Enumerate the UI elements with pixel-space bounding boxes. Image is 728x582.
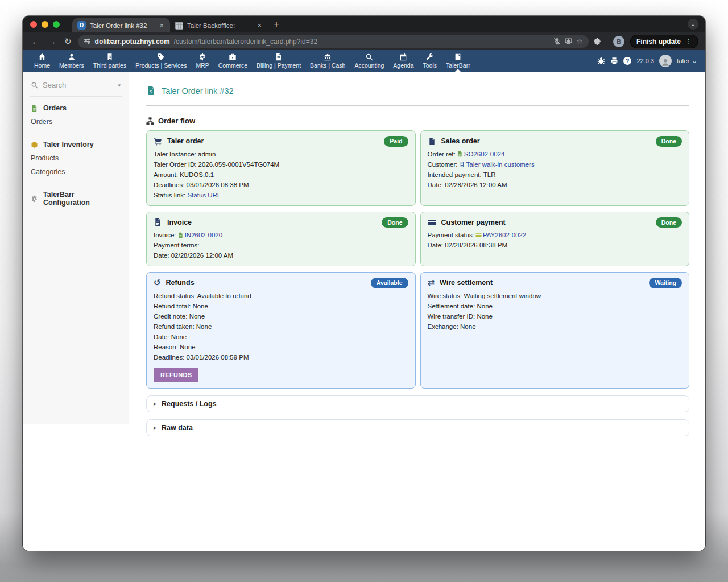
file-invoice-dollar-icon bbox=[146, 86, 156, 96]
extensions-icon[interactable] bbox=[593, 38, 601, 46]
card-customer-payment: Customer payment Done Payment status:PAY… bbox=[420, 212, 690, 266]
bottom-divider bbox=[146, 448, 689, 448]
nav-item-accounting[interactable]: Accounting bbox=[350, 50, 388, 72]
taler-favicon bbox=[175, 22, 183, 30]
payment-link[interactable]: PAY2602-0022 bbox=[483, 232, 526, 238]
gear-icon bbox=[31, 195, 38, 203]
browser-window: D Taler Order link #32 × Taler Backoffic… bbox=[23, 16, 705, 551]
nav-item-third-parties[interactable]: Third parties bbox=[89, 50, 131, 72]
reload-icon[interactable]: ↻ bbox=[63, 37, 73, 46]
gear-icon bbox=[198, 53, 206, 61]
sidebar-item-categories[interactable]: Categories bbox=[31, 162, 121, 176]
dolibarr-favicon: D bbox=[77, 21, 86, 30]
nav-item-agenda[interactable]: Agenda bbox=[388, 50, 418, 72]
url-bar[interactable]: dolibarr.potuzhnyi.com /custom/talerbarr… bbox=[78, 35, 589, 48]
window-close-button[interactable] bbox=[30, 21, 37, 28]
status-badge: Done bbox=[656, 136, 682, 147]
status-badge: Available bbox=[371, 278, 408, 288]
tab-close-icon[interactable]: × bbox=[256, 22, 263, 29]
nav-item-commerce[interactable]: Commerce bbox=[214, 50, 252, 72]
search-icon bbox=[31, 81, 38, 89]
nav-item-banks-cash[interactable]: Banks | Cash bbox=[305, 50, 350, 72]
nav-item-mrp[interactable]: MRP bbox=[191, 50, 213, 72]
tab-title: Taler Order link #32 bbox=[90, 22, 154, 29]
inventory-box-icon bbox=[31, 141, 38, 148]
order-doc-mini-icon bbox=[457, 151, 463, 157]
browser-tab-active[interactable]: D Taler Order link #32 × bbox=[72, 18, 170, 32]
order-flow-heading: Order flow bbox=[146, 117, 689, 125]
mic-off-icon[interactable] bbox=[553, 38, 561, 45]
profile-avatar[interactable]: B bbox=[613, 36, 624, 47]
back-icon[interactable]: ← bbox=[30, 37, 42, 46]
version-label: 22.0.3 bbox=[636, 57, 654, 64]
nav-item-home[interactable]: Home bbox=[30, 50, 55, 72]
cart-icon bbox=[154, 137, 162, 146]
printer-icon[interactable] bbox=[610, 57, 618, 65]
card-taler-order: Taler order Paid Taler Instance: admin T… bbox=[146, 130, 416, 206]
bug-icon[interactable] bbox=[597, 57, 605, 65]
tag-icon bbox=[157, 53, 165, 61]
sidebar-item-products[interactable]: Products bbox=[31, 148, 121, 162]
sitemap-icon bbox=[146, 117, 154, 125]
left-sidebar: ▾ Orders Orders Taler Inventory Products… bbox=[23, 72, 129, 551]
customer-link[interactable]: Taler walk-in customers bbox=[466, 161, 535, 168]
search-dropdown-caret[interactable]: ▾ bbox=[118, 82, 121, 88]
nav-item-tools[interactable]: Tools bbox=[419, 50, 442, 72]
finish-update-label: Finish update bbox=[636, 38, 681, 46]
sidebar-item-orders[interactable]: Orders bbox=[31, 112, 121, 126]
sidebar-section-orders: Orders Orders bbox=[30, 97, 122, 133]
caret-right-icon: ▸ bbox=[154, 424, 156, 431]
page-title: Taler Order link #32 bbox=[146, 86, 689, 96]
card-refunds: ↺ Refunds Available Refund status: Avail… bbox=[146, 272, 416, 389]
status-url-link[interactable]: Status URL bbox=[187, 192, 221, 199]
undo-icon: ↺ bbox=[154, 279, 161, 287]
tab-search-chevron[interactable]: ⌄ bbox=[688, 19, 698, 30]
requests-logs-section[interactable]: ▸ Requests / Logs bbox=[146, 395, 689, 412]
home-icon bbox=[38, 53, 46, 61]
help-icon[interactable]: ? bbox=[623, 57, 631, 65]
browser-menu-icon[interactable]: ⋮ bbox=[685, 38, 692, 46]
tab-close-icon[interactable]: × bbox=[158, 22, 165, 29]
new-tab-button[interactable]: + bbox=[268, 19, 285, 30]
browser-toolbar: ← → ↻ dolibarr.potuzhnyi.com /custom/tal… bbox=[23, 32, 705, 50]
search-input[interactable] bbox=[43, 81, 113, 89]
building-icon bbox=[106, 53, 114, 61]
nav-item-members[interactable]: Members bbox=[55, 50, 89, 72]
install-icon[interactable] bbox=[565, 38, 572, 45]
browser-tab-inactive[interactable]: Taler Backoffice: × bbox=[170, 18, 268, 32]
user-avatar[interactable] bbox=[659, 55, 672, 67]
status-badge: Done bbox=[656, 217, 682, 228]
bookmark-star-icon[interactable]: ☆ bbox=[576, 37, 583, 46]
caret-right-icon: ▸ bbox=[154, 401, 156, 407]
nav-item-billing-payment[interactable]: Billing | Payment bbox=[252, 50, 305, 72]
forward-icon[interactable]: → bbox=[46, 37, 58, 46]
invoice-link[interactable]: IN2602-0020 bbox=[185, 232, 223, 238]
calendar-icon bbox=[399, 53, 407, 61]
document-icon bbox=[428, 137, 436, 146]
user-icon bbox=[68, 53, 76, 61]
nav-item-talerbarr[interactable]: TalerBarr bbox=[441, 50, 475, 72]
divider bbox=[146, 105, 689, 106]
sidebar-section-configuration: TalerBarr Configuration bbox=[30, 183, 122, 213]
wrench-icon bbox=[426, 53, 434, 61]
raw-data-section[interactable]: ▸ Raw data bbox=[146, 419, 689, 436]
briefcase-icon bbox=[229, 53, 237, 61]
card-sales-order: Sales order Done Order ref:SO2602-0024 C… bbox=[420, 130, 690, 206]
status-badge: Waiting bbox=[649, 278, 682, 288]
sidebar-search[interactable]: ▾ bbox=[30, 80, 122, 97]
order-flow-cards: Taler order Paid Taler Instance: admin T… bbox=[146, 130, 689, 389]
person-icon bbox=[661, 58, 670, 67]
site-info-icon[interactable] bbox=[84, 38, 91, 45]
invoice-doc-mini-icon bbox=[177, 232, 184, 238]
sidebar-item-talerbarr-configuration[interactable]: TalerBarr Configuration bbox=[43, 191, 121, 207]
sales-order-link[interactable]: SO2602-0024 bbox=[464, 151, 505, 158]
user-menu[interactable]: taler⌄ bbox=[677, 57, 697, 65]
module-icon bbox=[454, 53, 462, 61]
refunds-button[interactable]: REFUNDS bbox=[154, 368, 198, 382]
magnifier-icon bbox=[365, 53, 373, 61]
window-zoom-button[interactable] bbox=[53, 21, 60, 28]
finish-update-button[interactable]: Finish update ⋮ bbox=[630, 35, 698, 48]
nav-item-products-services[interactable]: Products | Services bbox=[131, 50, 191, 72]
browser-tab-strip: D Taler Order link #32 × Taler Backoffic… bbox=[23, 16, 705, 32]
window-minimize-button[interactable] bbox=[42, 21, 48, 28]
